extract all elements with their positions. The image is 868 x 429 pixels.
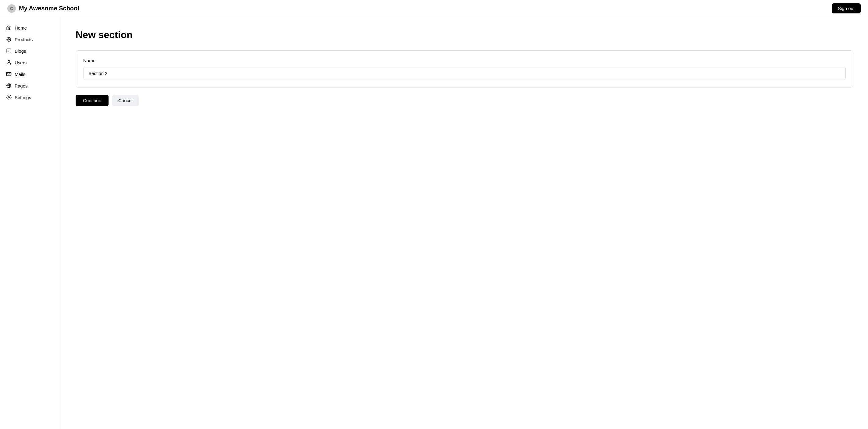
- sidebar-item-blogs[interactable]: Blogs: [0, 45, 61, 57]
- sign-out-button[interactable]: Sign out: [832, 3, 861, 13]
- header: C My Awesome School Sign out: [0, 0, 868, 17]
- app-title: My Awesome School: [19, 5, 79, 12]
- sidebar-item-home[interactable]: Home: [0, 22, 61, 34]
- sidebar-item-label: Mails: [14, 72, 25, 77]
- continue-button[interactable]: Continue: [75, 95, 108, 106]
- home-icon: [6, 25, 11, 30]
- sidebar-item-mails[interactable]: Mails: [0, 68, 61, 80]
- main-layout: Home Products: [0, 17, 868, 429]
- users-icon: [6, 60, 11, 65]
- button-group: Continue Cancel: [75, 95, 854, 106]
- main-content: New section Name Continue Cancel: [61, 17, 868, 429]
- page-title: New section: [75, 29, 854, 40]
- pages-icon: [6, 83, 11, 88]
- name-label: Name: [83, 58, 846, 63]
- blogs-icon: [6, 48, 11, 54]
- sidebar-item-label: Settings: [14, 95, 31, 100]
- svg-point-14: [8, 97, 10, 98]
- sidebar-item-users[interactable]: Users: [0, 57, 61, 68]
- name-input[interactable]: [83, 67, 846, 80]
- sidebar-item-label: Products: [14, 37, 33, 42]
- sidebar-item-settings[interactable]: Settings: [0, 91, 61, 103]
- sidebar-item-products[interactable]: Products: [0, 34, 61, 45]
- app-logo: C: [7, 4, 16, 13]
- mails-icon: [6, 71, 11, 77]
- sidebar-item-pages[interactable]: Pages: [0, 80, 61, 91]
- sidebar-item-label: Users: [14, 60, 27, 65]
- settings-icon: [6, 94, 11, 100]
- products-icon: [6, 37, 11, 42]
- sidebar-item-label: Home: [14, 25, 27, 30]
- form-card: Name: [75, 50, 854, 88]
- sidebar-item-label: Blogs: [14, 49, 26, 54]
- sidebar-item-label: Pages: [14, 83, 28, 88]
- sidebar: Home Products: [0, 17, 61, 429]
- cancel-button[interactable]: Cancel: [112, 95, 139, 106]
- header-left: C My Awesome School: [7, 4, 79, 13]
- svg-point-10: [8, 60, 10, 62]
